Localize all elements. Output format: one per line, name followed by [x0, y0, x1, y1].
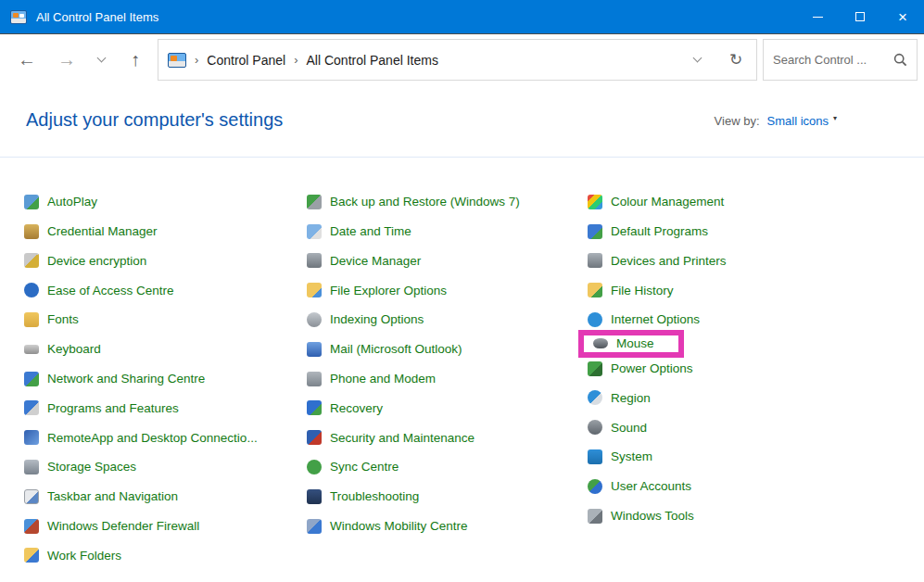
region-icon [588, 390, 602, 405]
control-panel-item-network-and-sharing-centre[interactable]: Network and Sharing Centre [24, 364, 258, 394]
control-panel-app-icon [10, 10, 27, 24]
control-panel-item-troubleshooting[interactable]: Troubleshooting [307, 482, 520, 512]
autoplay-icon [24, 195, 39, 209]
item-label: Network and Sharing Centre [47, 373, 205, 386]
control-panel-item-work-folders[interactable]: Work Folders [24, 541, 258, 571]
control-panel-item-programs-and-features[interactable]: Programs and Features [24, 394, 258, 424]
indexing-options-icon [307, 312, 322, 327]
view-by-value: Small icons [767, 114, 829, 128]
minimize-icon [813, 17, 823, 18]
work-folders-icon [24, 548, 39, 563]
breadcrumb-all-control-panel-items[interactable]: All Control Panel Items [307, 53, 438, 68]
forward-button[interactable]: → [51, 44, 82, 76]
item-label: Back up and Restore (Windows 7) [330, 196, 520, 209]
control-panel-item-windows-tools[interactable]: Windows Tools [588, 501, 727, 531]
file-explorer-options-icon [307, 283, 322, 297]
control-panel-item-file-history[interactable]: File History [588, 275, 727, 305]
credential-manager-icon [24, 224, 39, 239]
control-panel-item-storage-spaces[interactable]: Storage Spaces [24, 452, 258, 482]
search-box[interactable] [763, 39, 918, 81]
navigation-bar: ← → ↑ › Control Panel › All Control Pane… [0, 34, 924, 85]
item-label: Programs and Features [47, 402, 179, 415]
window-title: All Control Panel Items [36, 10, 796, 24]
item-label: Work Folders [47, 550, 121, 563]
breadcrumb-control-panel[interactable]: Control Panel [207, 53, 285, 68]
control-panel-item-phone-and-modem[interactable]: Phone and Modem [307, 364, 520, 394]
control-panel-item-recovery[interactable]: Recovery [307, 394, 520, 424]
control-panel-item-windows-mobility-centre[interactable]: Windows Mobility Centre [307, 512, 520, 541]
item-label: Phone and Modem [330, 373, 436, 386]
control-panel-item-mouse[interactable]: Mouse [578, 330, 684, 358]
control-panel-item-fonts[interactable]: Fonts [24, 305, 258, 335]
control-panel-item-autoplay[interactable]: AutoPlay [24, 187, 258, 217]
control-panel-item-system[interactable]: System [588, 442, 727, 472]
item-label: Devices and Printers [611, 255, 727, 268]
control-panel-item-ease-of-access-centre[interactable]: Ease of Access Centre [24, 275, 258, 305]
control-panel-item-back-up-and-restore-windows-7[interactable]: Back up and Restore (Windows 7) [307, 187, 520, 217]
address-bar[interactable]: › Control Panel › All Control Panel Item… [158, 39, 757, 81]
control-panel-item-file-explorer-options[interactable]: File Explorer Options [307, 275, 520, 305]
control-panel-item-devices-and-printers[interactable]: Devices and Printers [588, 247, 727, 276]
control-panel-item-default-programs[interactable]: Default Programs [588, 217, 727, 247]
control-panel-item-keyboard[interactable]: Keyboard [24, 335, 258, 364]
recent-locations-button[interactable] [91, 44, 111, 76]
control-panel-item-device-manager[interactable]: Device Manager [307, 247, 520, 276]
items-column-3: Colour ManagementDefault ProgramsDevices… [588, 187, 727, 531]
security-maintenance-icon [307, 430, 322, 445]
control-panel-item-remoteapp-and-desktop-connectio[interactable]: RemoteApp and Desktop Connectio... [24, 423, 258, 452]
refresh-button[interactable]: ↻ [715, 40, 756, 80]
close-button[interactable]: × [881, 0, 924, 33]
control-panel-item-colour-management[interactable]: Colour Management [588, 187, 727, 217]
item-label: Keyboard [47, 343, 101, 356]
back-button[interactable]: ← [11, 44, 43, 76]
remoteapp-icon [24, 430, 39, 445]
control-panel-item-credential-manager[interactable]: Credential Manager [24, 217, 258, 247]
device-encryption-icon [24, 253, 39, 268]
system-icon [588, 449, 602, 464]
control-panel-item-region[interactable]: Region [588, 384, 727, 413]
item-label: User Accounts [611, 480, 691, 493]
fonts-icon [24, 312, 39, 327]
item-label: Recovery [330, 402, 383, 415]
chevron-down-icon [96, 54, 106, 63]
control-panel-items-grid: AutoPlayCredential ManagerDevice encrypt… [0, 158, 924, 580]
devices-printers-icon [588, 253, 602, 268]
control-panel-item-device-encryption[interactable]: Device encryption [24, 247, 258, 276]
control-panel-item-sync-centre[interactable]: Sync Centre [307, 452, 520, 482]
address-dropdown-button[interactable] [678, 40, 715, 80]
items-column-2: Back up and Restore (Windows 7)Date and … [307, 187, 520, 541]
keyboard-icon [24, 345, 39, 354]
default-programs-icon [588, 224, 602, 239]
view-by-dropdown[interactable]: Small icons ▾ [767, 114, 837, 128]
item-label: RemoteApp and Desktop Connectio... [47, 432, 258, 445]
up-button[interactable]: ↑ [120, 44, 151, 76]
control-panel-item-sound[interactable]: Sound [588, 412, 727, 442]
control-panel-item-power-options[interactable]: Power Options [588, 354, 727, 384]
control-panel-item-security-and-maintenance[interactable]: Security and Maintenance [307, 423, 520, 452]
item-label: File History [611, 285, 674, 297]
troubleshooting-icon [307, 489, 322, 504]
item-label: Device encryption [47, 255, 146, 268]
search-input[interactable] [773, 53, 888, 67]
control-panel-item-indexing-options[interactable]: Indexing Options [307, 305, 520, 335]
control-panel-item-date-and-time[interactable]: Date and Time [307, 217, 520, 247]
control-panel-item-user-accounts[interactable]: User Accounts [588, 472, 727, 501]
minimize-button[interactable] [796, 0, 839, 33]
item-label: File Explorer Options [330, 285, 447, 297]
item-label: Colour Management [611, 196, 724, 209]
item-label: Fonts [47, 313, 79, 326]
user-accounts-icon [588, 479, 602, 494]
breadcrumb-separator-icon: › [186, 53, 207, 67]
windows-tools-icon [588, 509, 602, 524]
title-bar: All Control Panel Items × [0, 0, 924, 34]
item-label: Sync Centre [330, 461, 399, 474]
item-label: Power Options [611, 362, 693, 375]
control-panel-item-mail-microsoft-outlook[interactable]: Mail (Microsoft Outlook) [307, 335, 520, 364]
file-history-icon [588, 283, 602, 297]
search-icon[interactable] [893, 53, 907, 67]
device-manager-icon [307, 253, 322, 268]
mail-icon [307, 342, 322, 357]
control-panel-item-taskbar-and-navigation[interactable]: Taskbar and Navigation [24, 482, 258, 512]
control-panel-item-windows-defender-firewall[interactable]: Windows Defender Firewall [24, 512, 258, 541]
maximize-button[interactable] [839, 0, 881, 33]
